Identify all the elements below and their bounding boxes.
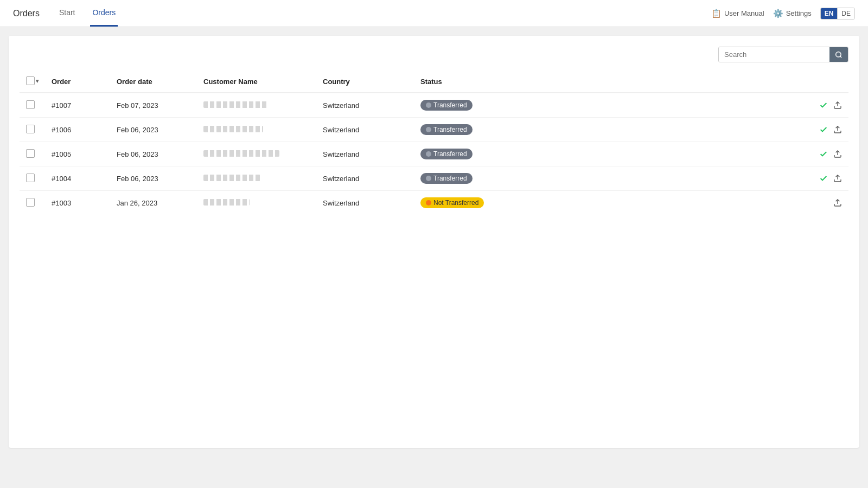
customer-name xyxy=(197,191,316,215)
redacted-name xyxy=(203,199,250,206)
order-date: Feb 06, 2023 xyxy=(110,118,197,142)
table-row: #1007Feb 07, 2023SwitzerlandTransferred xyxy=(20,93,848,118)
country: Switzerland xyxy=(316,118,414,142)
check-icon[interactable] xyxy=(819,101,828,110)
search-bar xyxy=(20,47,848,62)
action-icons xyxy=(518,174,842,183)
search-input-wrap xyxy=(718,47,848,62)
col-header-customer-name: Customer Name xyxy=(197,71,316,93)
redacted-name xyxy=(203,101,269,108)
status-cell: Transferred xyxy=(414,142,512,166)
search-input[interactable] xyxy=(719,47,829,62)
select-all-checkbox[interactable]: ▾ xyxy=(26,76,39,85)
search-icon xyxy=(835,51,843,59)
status-cell: Transferred xyxy=(414,166,512,191)
status-cell: Not Transferred xyxy=(414,191,512,215)
upload-icon[interactable] xyxy=(833,125,842,134)
app-title: Orders xyxy=(13,9,40,18)
col-header-actions xyxy=(512,71,848,93)
action-icons xyxy=(518,150,842,158)
status-badge: Transferred xyxy=(420,173,473,184)
status-label: Not Transferred xyxy=(433,199,478,207)
checkbox-all[interactable] xyxy=(26,76,35,85)
actions-cell xyxy=(512,166,848,191)
table-row: #1005Feb 06, 2023SwitzerlandTransferred xyxy=(20,142,848,166)
status-badge: Transferred xyxy=(420,149,473,159)
upload-icon[interactable] xyxy=(833,150,842,158)
col-header-country: Country xyxy=(316,71,414,93)
status-dot-icon xyxy=(426,200,431,206)
row-checkbox-#1004[interactable] xyxy=(26,174,35,182)
top-bar-right: 📋 User Manual ⚙️ Settings EN DE xyxy=(711,8,855,20)
status-dot-icon xyxy=(426,176,431,181)
table-row: #1004Feb 06, 2023SwitzerlandTransferred xyxy=(20,166,848,191)
row-checkbox-#1003[interactable] xyxy=(26,198,35,207)
status-badge: Not Transferred xyxy=(420,197,484,208)
order-number: #1007 xyxy=(45,93,110,118)
status-cell: Transferred xyxy=(414,93,512,118)
gear-icon: ⚙️ xyxy=(773,9,783,18)
country: Switzerland xyxy=(316,93,414,118)
redacted-name xyxy=(203,126,263,132)
status-dot-icon xyxy=(426,127,431,132)
tab-orders[interactable]: Orders xyxy=(90,0,118,27)
order-date: Feb 06, 2023 xyxy=(110,142,197,166)
settings-link[interactable]: ⚙️ Settings xyxy=(773,9,812,18)
actions-cell xyxy=(512,118,848,142)
table-row: #1003Jan 26, 2023SwitzerlandNot Transfer… xyxy=(20,191,848,215)
order-date: Feb 07, 2023 xyxy=(110,93,197,118)
upload-icon[interactable] xyxy=(833,101,842,110)
status-cell: Transferred xyxy=(414,118,512,142)
lang-en-button[interactable]: EN xyxy=(821,8,838,19)
status-dot-icon xyxy=(426,151,431,157)
action-icons xyxy=(518,101,842,110)
customer-name xyxy=(197,93,316,118)
country: Switzerland xyxy=(316,142,414,166)
status-label: Transferred xyxy=(433,126,467,133)
order-date: Feb 06, 2023 xyxy=(110,166,197,191)
check-icon[interactable] xyxy=(819,150,828,158)
status-badge: Transferred xyxy=(420,100,473,111)
customer-name xyxy=(197,142,316,166)
redacted-name xyxy=(203,150,279,157)
col-header-status: Status xyxy=(414,71,512,93)
check-icon[interactable] xyxy=(819,174,828,183)
upload-icon[interactable] xyxy=(833,198,842,207)
order-number: #1004 xyxy=(45,166,110,191)
checkbox-dropdown-arrow[interactable]: ▾ xyxy=(36,78,39,84)
nav-tabs: Start Orders xyxy=(57,0,118,27)
tab-start[interactable]: Start xyxy=(57,0,78,27)
language-switcher: EN DE xyxy=(820,8,855,20)
upload-icon[interactable] xyxy=(833,174,842,183)
status-label: Transferred xyxy=(433,150,467,158)
status-badge: Transferred xyxy=(420,124,473,135)
svg-point-0 xyxy=(836,52,841,56)
content-card: ▾ Order Order date Customer Name Country xyxy=(9,36,859,448)
table-header-row: ▾ Order Order date Customer Name Country xyxy=(20,71,848,93)
status-label: Transferred xyxy=(433,101,467,109)
lang-de-button[interactable]: DE xyxy=(838,8,854,19)
redacted-name xyxy=(203,175,260,181)
svg-line-1 xyxy=(840,56,842,57)
search-button[interactable] xyxy=(829,47,848,62)
order-number: #1005 xyxy=(45,142,110,166)
actions-cell xyxy=(512,191,848,215)
status-dot-icon xyxy=(426,102,431,108)
user-manual-link[interactable]: 📋 User Manual xyxy=(711,9,764,18)
book-icon: 📋 xyxy=(711,9,722,18)
row-checkbox-#1005[interactable] xyxy=(26,149,35,158)
action-icons xyxy=(518,198,842,207)
country: Switzerland xyxy=(316,166,414,191)
col-header-order-date: Order date xyxy=(110,71,197,93)
col-header-order: Order xyxy=(45,71,110,93)
top-bar: Orders Start Orders 📋 User Manual ⚙️ Set… xyxy=(0,0,868,27)
order-number: #1006 xyxy=(45,118,110,142)
row-checkbox-#1006[interactable] xyxy=(26,125,35,133)
col-header-check: ▾ xyxy=(20,71,45,93)
status-label: Transferred xyxy=(433,175,467,182)
action-icons xyxy=(518,125,842,134)
row-checkbox-#1007[interactable] xyxy=(26,100,35,109)
customer-name xyxy=(197,166,316,191)
country: Switzerland xyxy=(316,191,414,215)
check-icon[interactable] xyxy=(819,125,828,134)
